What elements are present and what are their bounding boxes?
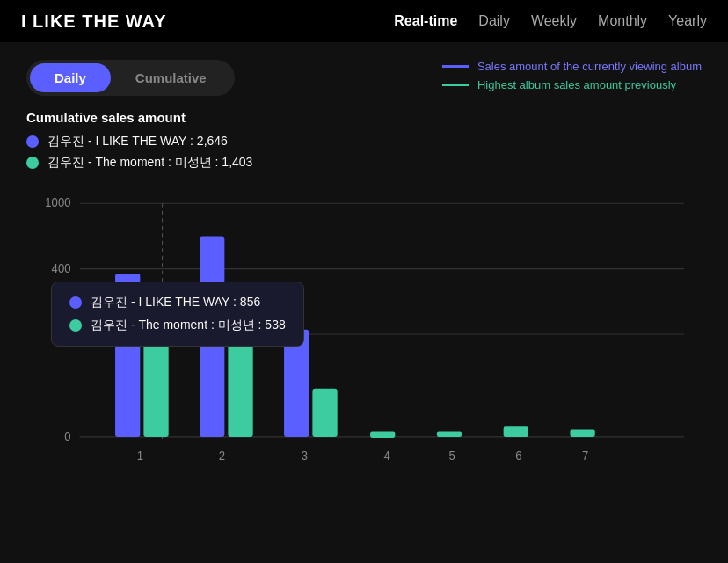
cumulative-title: Cumulative sales amount — [26, 110, 702, 125]
legend-blue: Sales amount of the currently viewing al… — [442, 60, 702, 73]
cumulative-section: Cumulative sales amount 김우진 - I LIKE THE… — [26, 110, 702, 171]
svg-text:7: 7 — [582, 450, 588, 463]
daily-toggle-btn[interactable]: Daily — [30, 63, 111, 92]
cumulative-blue-label: 김우진 - I LIKE THE WAY : 2,646 — [47, 134, 228, 150]
svg-text:3: 3 — [302, 450, 308, 463]
nav-realtime[interactable]: Real-time — [394, 13, 457, 29]
cumulative-green: 김우진 - The moment : 미성년 : 1,403 — [26, 155, 702, 171]
chart-tooltip: 김우진 - I LIKE THE WAY : 856 김우진 - The mom… — [51, 282, 304, 347]
nav-yearly[interactable]: Yearly — [668, 13, 707, 29]
app-title: I LIKE THE WAY — [21, 11, 167, 32]
nav-daily[interactable]: Daily — [478, 13, 510, 29]
svg-text:6: 6 — [515, 450, 521, 463]
dot-green — [26, 157, 39, 169]
dot-blue — [26, 135, 39, 148]
tooltip-dot-blue — [69, 296, 82, 309]
tooltip-dot-green — [69, 319, 82, 332]
tooltip-blue-label: 김우진 - I LIKE THE WAY : 856 — [91, 295, 260, 311]
legend-green-line — [442, 84, 469, 86]
svg-rect-15 — [370, 432, 395, 438]
svg-text:0: 0 — [64, 430, 70, 443]
chart-legend: Sales amount of the currently viewing al… — [442, 60, 702, 91]
chart-area: 1000 400 200 0 1 — [26, 185, 702, 484]
nav-monthly[interactable]: Monthly — [598, 13, 647, 29]
cumulative-toggle-btn[interactable]: Cumulative — [111, 63, 231, 92]
svg-text:1: 1 — [137, 450, 143, 463]
tooltip-blue: 김우진 - I LIKE THE WAY : 856 — [69, 295, 286, 311]
cumulative-green-label: 김우진 - The moment : 미성년 : 1,403 — [47, 155, 252, 171]
nav-bar: Real-time Daily Weekly Monthly Yearly — [394, 13, 707, 29]
view-toggle: Daily Cumulative — [26, 60, 235, 96]
legend-blue-text: Sales amount of the currently viewing al… — [477, 60, 702, 73]
svg-rect-14 — [312, 389, 337, 437]
tooltip-green: 김우진 - The moment : 미성년 : 538 — [69, 318, 286, 333]
legend-green: Highest album sales amount previously — [442, 78, 702, 91]
tooltip-green-label: 김우진 - The moment : 미성년 : 538 — [91, 318, 286, 333]
svg-text:4: 4 — [384, 450, 391, 463]
svg-text:400: 400 — [52, 262, 71, 275]
header: I LIKE THE WAY Real-time Daily Weekly Mo… — [0, 0, 728, 42]
svg-text:5: 5 — [448, 450, 455, 463]
legend-green-text: Highest album sales amount previously — [477, 78, 676, 91]
cumulative-blue: 김우진 - I LIKE THE WAY : 2,646 — [26, 134, 702, 150]
svg-text:1000: 1000 — [45, 196, 70, 209]
main-content: Daily Cumulative Sales amount of the cur… — [0, 42, 728, 501]
legend-blue-line — [442, 65, 469, 68]
svg-text:2: 2 — [219, 450, 225, 463]
svg-rect-16 — [437, 432, 462, 437]
svg-rect-17 — [504, 426, 528, 437]
svg-rect-18 — [570, 429, 594, 437]
nav-weekly[interactable]: Weekly — [531, 13, 577, 29]
top-section: Daily Cumulative Sales amount of the cur… — [26, 60, 702, 96]
